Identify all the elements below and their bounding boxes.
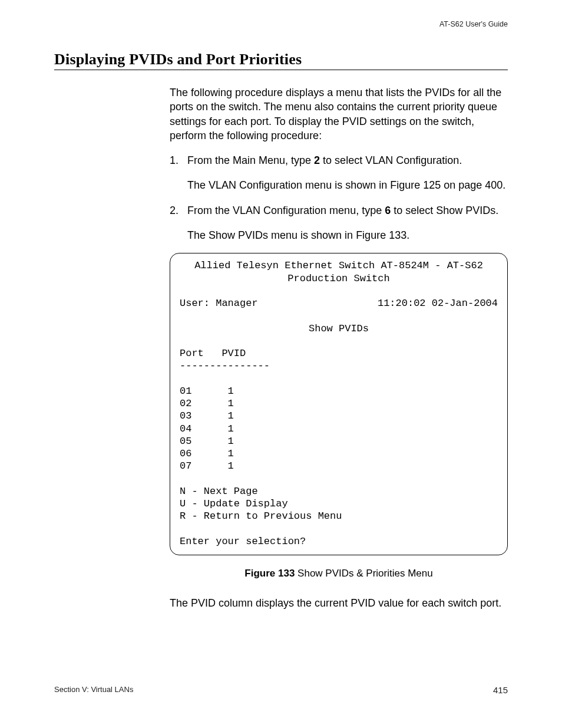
step-1-text: From the Main Menu, type 2 to select VLA…	[187, 153, 508, 167]
closing-paragraph: The PVID column displays the current PVI…	[170, 596, 508, 610]
terminal-title-1: Allied Telesyn Ethernet Switch AT-8524M …	[180, 259, 498, 272]
step-1-lead-a: From the Main Menu, type	[187, 154, 314, 166]
page-footer: Section V: Virtual LANs 415	[54, 685, 508, 695]
terminal-row-6: 07 1	[180, 460, 234, 472]
step-1-lead-b: to select VLAN Configuration.	[320, 154, 462, 166]
terminal-row-2: 03 1	[180, 410, 234, 421]
step-2-lead-a: From the VLAN Configuration menu, type	[187, 205, 385, 216]
terminal-row-3: 04 1	[180, 423, 234, 434]
figure-caption-text: Show PVIDs & Priorities Menu	[295, 568, 432, 579]
terminal-row-1: 02 1	[180, 398, 234, 409]
figure-caption: Figure 133 Show PVIDs & Priorities Menu	[170, 567, 508, 581]
running-head: AT-S62 User's Guide	[54, 20, 508, 28]
terminal-prompt: Enter your selection?	[180, 536, 306, 547]
terminal-screen-name: Show PVIDs	[180, 322, 498, 335]
step-2: From the VLAN Configuration menu, type 6…	[170, 203, 508, 243]
terminal-row-4: 05 1	[180, 436, 234, 447]
footer-section: Section V: Virtual LANs	[54, 685, 133, 695]
body-column: The following procedure displays a menu …	[170, 85, 508, 610]
terminal-screen: Allied Telesyn Ethernet Switch AT-8524M …	[170, 253, 508, 555]
step-2-lead-b: to select Show PVIDs.	[391, 205, 498, 216]
step-2-text: From the VLAN Configuration menu, type 6…	[187, 203, 508, 218]
page-number: 415	[493, 685, 508, 695]
terminal-row-0: 01 1	[180, 386, 234, 397]
figure-caption-label: Figure 133	[244, 568, 295, 579]
terminal-user-row: User: Manager11:20:02 02-Jan-2004	[180, 297, 498, 309]
step-1-key: 2	[314, 154, 320, 166]
step-1: From the Main Menu, type 2 to select VLA…	[170, 153, 508, 193]
step-2-key: 6	[385, 205, 391, 216]
intro-paragraph: The following procedure displays a menu …	[170, 85, 508, 143]
terminal-opt-update: U - Update Display	[180, 498, 288, 509]
terminal-col-header: Port PVID	[180, 348, 246, 359]
step-1-after: The VLAN Configuration menu is shown in …	[187, 178, 508, 192]
procedure-steps: From the Main Menu, type 2 to select VLA…	[170, 153, 508, 242]
terminal-opt-next: N - Next Page	[180, 486, 258, 497]
page: AT-S62 User's Guide Displaying PVIDs and…	[0, 0, 562, 728]
section-title: Displaying PVIDs and Port Priorities	[54, 51, 508, 68]
terminal-timestamp: 11:20:02 02-Jan-2004	[378, 297, 498, 309]
terminal-title-2: Production Switch	[180, 272, 498, 285]
terminal-divider: ---------------	[180, 360, 270, 371]
section-rule	[54, 70, 508, 70]
step-2-after: The Show PVIDs menu is shown in Figure 1…	[187, 228, 508, 242]
terminal-opt-return: R - Return to Previous Menu	[180, 510, 342, 522]
terminal-user: User: Manager	[180, 297, 258, 309]
terminal-row-5: 06 1	[180, 448, 234, 459]
